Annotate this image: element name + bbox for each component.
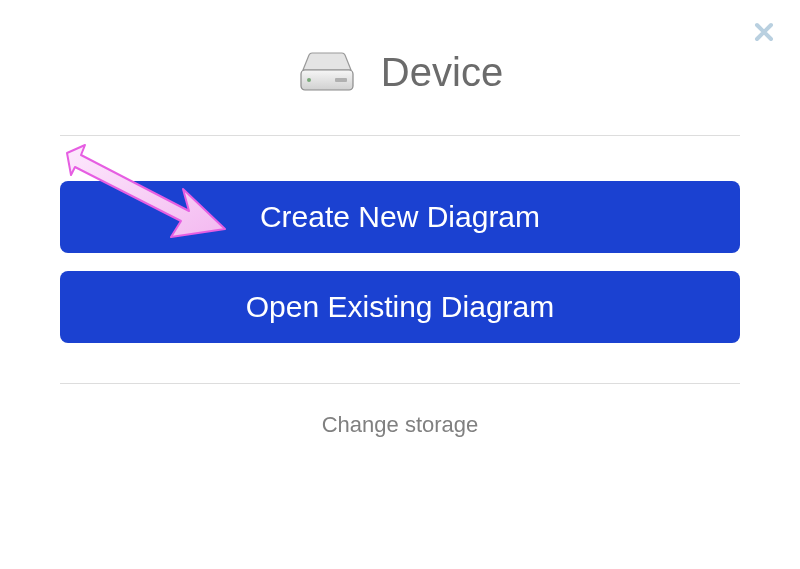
close-icon [754,22,774,42]
svg-rect-2 [335,78,347,82]
dialog-title: Device [381,50,503,95]
change-storage-link[interactable]: Change storage [0,384,800,466]
open-existing-diagram-button[interactable]: Open Existing Diagram [60,271,740,343]
dialog-header: Device [0,20,800,135]
create-new-diagram-button[interactable]: Create New Diagram [60,181,740,253]
close-button[interactable] [752,20,776,44]
storage-dialog: Device Create New Diagram Open Existing … [0,0,800,569]
svg-point-1 [307,78,311,82]
action-buttons: Create New Diagram Open Existing Diagram [0,136,800,383]
hard-drive-icon [297,52,357,94]
